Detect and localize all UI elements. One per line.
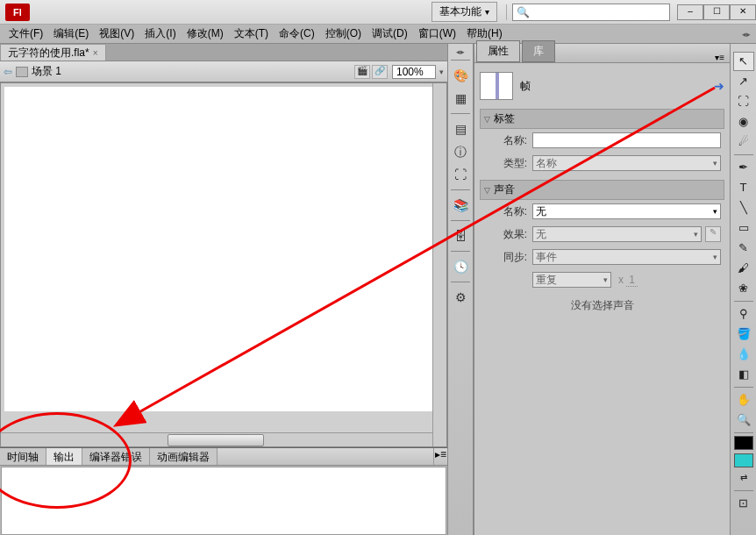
line-tool[interactable]: ╲ bbox=[733, 198, 754, 218]
tab-library[interactable]: 库 bbox=[522, 40, 555, 62]
document-tab[interactable]: 元字符的使用.fla* × bbox=[0, 44, 106, 61]
search-box[interactable]: 🔍 bbox=[512, 4, 670, 21]
edit-effect-button[interactable]: ✎ bbox=[705, 226, 721, 242]
sound-effect-label: 效果: bbox=[483, 227, 527, 242]
app-logo: Fl bbox=[5, 4, 30, 21]
repeat-count[interactable]: x 1 bbox=[618, 274, 638, 286]
label-name-input[interactable] bbox=[532, 132, 721, 148]
instance-help-icon[interactable]: ➜ bbox=[714, 79, 724, 93]
history-panel-icon[interactable]: 🕓 bbox=[451, 257, 470, 276]
pencil-tool[interactable]: ✎ bbox=[733, 239, 754, 258]
edit-scene-button[interactable]: 🎬 bbox=[354, 65, 370, 79]
subselection-tool[interactable]: ↗ bbox=[733, 72, 754, 91]
divider bbox=[506, 4, 507, 20]
section-label[interactable]: 标签 bbox=[480, 109, 724, 129]
back-icon[interactable]: ⇦ bbox=[4, 66, 12, 78]
3d-rotate-tool[interactable]: ◉ bbox=[733, 112, 754, 132]
eyedropper-tool[interactable]: 💧 bbox=[733, 345, 754, 364]
sound-sync-label: 同步: bbox=[483, 250, 527, 265]
free-transform-tool[interactable]: ⛶ bbox=[733, 92, 754, 111]
eraser-tool[interactable]: ◧ bbox=[733, 365, 754, 384]
minimize-button[interactable]: – bbox=[677, 4, 703, 20]
transform-panel-icon[interactable]: ⛶ bbox=[451, 165, 470, 184]
stage-area[interactable] bbox=[0, 82, 447, 447]
menu-file[interactable]: 文件(F) bbox=[4, 25, 48, 43]
components-panel-icon[interactable]: ⚙ bbox=[451, 288, 470, 307]
swap-colors[interactable]: ⇄ bbox=[733, 468, 754, 488]
panel-menu-icon[interactable]: ▸≡ bbox=[433, 448, 447, 465]
sound-effect-dropdown[interactable]: 无 bbox=[532, 226, 702, 242]
selection-tool[interactable]: ↖ bbox=[733, 52, 754, 71]
paint-bucket-tool[interactable]: 🪣 bbox=[733, 325, 754, 344]
section-sound[interactable]: 声音 bbox=[480, 180, 724, 200]
edit-symbols-button[interactable]: 🔗 bbox=[372, 65, 388, 79]
frame-title: 帧 bbox=[520, 79, 531, 94]
label-type-dropdown[interactable]: 名称 bbox=[532, 155, 721, 171]
tab-output[interactable]: 输出 bbox=[46, 448, 82, 465]
library-panel-icon[interactable]: 📚 bbox=[451, 196, 470, 215]
align-panel-icon[interactable]: ▤ bbox=[451, 119, 470, 139]
zoom-input[interactable] bbox=[392, 65, 436, 79]
sound-sync-dropdown[interactable]: 事件 bbox=[532, 249, 721, 265]
project-panel-icon[interactable]: 🗄 bbox=[451, 226, 470, 246]
scene-icon bbox=[16, 67, 28, 77]
tab-properties[interactable]: 属性 bbox=[476, 40, 520, 62]
menu-commands[interactable]: 命令(C) bbox=[274, 25, 320, 43]
properties-panel: 属性 库 ▾≡ 帧 ➜ 标签 名称: 类型: 名称 声音 名称: 无 bbox=[474, 44, 730, 535]
text-tool[interactable]: T bbox=[733, 178, 754, 197]
bottom-panel: 时间轴 输出 编译器错误 动画编辑器 ▸≡ bbox=[0, 447, 447, 535]
tab-timeline[interactable]: 时间轴 bbox=[0, 448, 46, 465]
menu-control[interactable]: 控制(O) bbox=[320, 25, 367, 43]
scene-name: 场景 1 bbox=[32, 64, 353, 79]
menu-view[interactable]: 视图(V) bbox=[94, 25, 139, 43]
info-panel-icon[interactable]: ⓘ bbox=[451, 142, 470, 161]
label-name: 名称: bbox=[483, 133, 527, 148]
dock-expand-icon[interactable]: ◂▸ bbox=[456, 47, 465, 56]
menu-window[interactable]: 窗口(W) bbox=[413, 25, 461, 43]
tool-expand-icon[interactable]: ◂▸ bbox=[742, 30, 751, 39]
color-panel-icon[interactable]: 🎨 bbox=[451, 66, 470, 85]
hand-tool[interactable]: ✋ bbox=[733, 390, 754, 410]
deco-tool[interactable]: ❀ bbox=[733, 279, 754, 298]
menu-edit[interactable]: 编辑(E) bbox=[48, 25, 94, 43]
tab-motion-editor[interactable]: 动画编辑器 bbox=[150, 448, 218, 465]
zoom-tool[interactable]: 🔍 bbox=[733, 410, 754, 430]
zoom-dropdown-icon[interactable]: ▾ bbox=[439, 68, 444, 76]
bone-tool[interactable]: ⚲ bbox=[733, 304, 754, 324]
document-tabs: 元字符的使用.fla* × bbox=[0, 44, 447, 61]
tool-strip: ◂▸ ↖ ↗ ⛶ ◉ ☄ ✒ T ╲ ▭ ✎ 🖌 ❀ ⚲ 🪣 💧 ◧ ✋ 🔍 ⇄… bbox=[730, 44, 756, 535]
menu-bar: 文件(F) 编辑(E) 视图(V) 插入(I) 修改(M) 文本(T) 命令(C… bbox=[0, 25, 756, 44]
scrollbar-thumb[interactable] bbox=[168, 434, 264, 446]
menu-insert[interactable]: 插入(I) bbox=[139, 25, 181, 43]
brush-tool[interactable]: 🖌 bbox=[733, 259, 754, 278]
sound-repeat-dropdown[interactable]: 重复 bbox=[532, 272, 611, 288]
search-input[interactable] bbox=[533, 7, 656, 18]
sound-name-dropdown[interactable]: 无 bbox=[532, 203, 721, 219]
stage-canvas[interactable] bbox=[4, 87, 434, 411]
horizontal-scrollbar[interactable] bbox=[1, 432, 432, 446]
menu-modify[interactable]: 修改(M) bbox=[182, 25, 229, 43]
close-button[interactable]: ✕ bbox=[730, 4, 756, 20]
no-sound-message: 没有选择声音 bbox=[480, 291, 724, 320]
scene-bar: ⇦ 场景 1 🎬 🔗 ▾ bbox=[0, 61, 447, 82]
output-body bbox=[1, 467, 446, 535]
menu-text[interactable]: 文本(T) bbox=[229, 25, 274, 43]
stroke-color[interactable] bbox=[734, 436, 753, 450]
vertical-scrollbar[interactable] bbox=[432, 83, 446, 446]
label-type: 类型: bbox=[483, 156, 527, 171]
menu-debug[interactable]: 调试(D) bbox=[367, 25, 413, 43]
maximize-button[interactable]: ☐ bbox=[703, 4, 730, 20]
swatches-panel-icon[interactable]: ▦ bbox=[451, 89, 470, 108]
sound-name-label: 名称: bbox=[483, 204, 527, 219]
panel-options-icon[interactable]: ▾≡ bbox=[710, 53, 730, 62]
fill-color[interactable] bbox=[734, 453, 753, 467]
close-tab-icon[interactable]: × bbox=[93, 48, 98, 58]
tab-compiler-errors[interactable]: 编译器错误 bbox=[82, 448, 150, 465]
rectangle-tool[interactable]: ▭ bbox=[733, 218, 754, 238]
pen-tool[interactable]: ✒ bbox=[733, 158, 754, 177]
snap-option[interactable]: ⊡ bbox=[733, 494, 754, 513]
lasso-tool[interactable]: ☄ bbox=[733, 132, 754, 152]
search-icon: 🔍 bbox=[517, 6, 530, 18]
workspace-selector[interactable]: 基本功能 bbox=[431, 2, 497, 22]
mid-dock: ◂▸ 🎨 ▦ ▤ ⓘ ⛶ 📚 🗄 🕓 ⚙ bbox=[447, 44, 474, 535]
